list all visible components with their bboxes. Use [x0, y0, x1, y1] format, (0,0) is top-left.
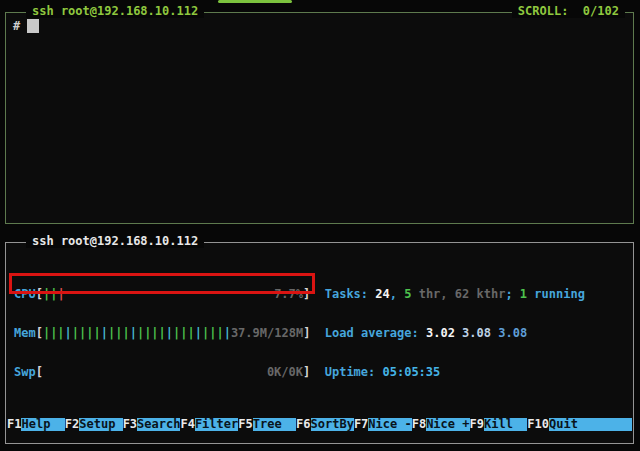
- fn-label-nice-[interactable]: Nice +: [426, 418, 469, 431]
- fn-key-f3[interactable]: F3: [123, 418, 137, 431]
- fn-label-help[interactable]: Help: [21, 418, 64, 431]
- fn-key-f1[interactable]: F1: [7, 418, 21, 431]
- top-progress-strip: [218, 0, 292, 3]
- fn-key-f9[interactable]: F9: [470, 418, 484, 431]
- cpu-meter-line: CPU[||| 7.7%] Tasks: 24, 5 thr, 62 kthr;…: [14, 288, 628, 301]
- fn-key-f4[interactable]: F4: [180, 418, 194, 431]
- fn-key-f7[interactable]: F7: [354, 418, 368, 431]
- fn-label-filter[interactable]: Filter: [195, 418, 238, 431]
- fn-key-f8[interactable]: F8: [412, 418, 426, 431]
- scroll-indicator: SCROLL: 0/102: [512, 5, 625, 18]
- htop-app: CPU[||| 7.7%] Tasks: 24, 5 thr, 62 kthr;…: [14, 262, 628, 443]
- fn-label-setup[interactable]: Setup: [79, 418, 122, 431]
- prompt-char: #: [13, 19, 20, 33]
- terminal-cursor: [27, 19, 39, 33]
- fn-label-tree[interactable]: Tree: [253, 418, 296, 431]
- function-key-bar: F1Help F2Setup F3SearchF4FilterF5Tree F6…: [7, 418, 632, 431]
- fn-label-sortby[interactable]: SortBy: [311, 418, 354, 431]
- pane-bottom-htop[interactable]: ssh root@192.168.10.112 CPU[||| 7.7%] Ta…: [5, 242, 634, 444]
- pane-bottom-title: ssh root@192.168.10.112: [26, 235, 204, 248]
- fn-label-quit[interactable]: Quit: [549, 418, 632, 431]
- shell-prompt-line[interactable]: #: [13, 19, 39, 33]
- pane-top-title: ssh root@192.168.10.112: [26, 5, 204, 18]
- fn-label-nice-[interactable]: Nice -: [368, 418, 411, 431]
- terminal-screen: ssh root@192.168.10.112 SCROLL: 0/102 # …: [0, 0, 640, 451]
- swp-meter-line: Swp[ 0K/0K] Uptime: 05:05:35: [14, 366, 628, 379]
- fn-key-f5[interactable]: F5: [238, 418, 252, 431]
- fn-key-f10[interactable]: F10: [527, 418, 549, 431]
- fn-label-kill[interactable]: Kill: [484, 418, 527, 431]
- fn-key-f2[interactable]: F2: [65, 418, 79, 431]
- pane-top-shell[interactable]: ssh root@192.168.10.112 SCROLL: 0/102 #: [5, 12, 634, 224]
- fn-label-search[interactable]: Search: [137, 418, 180, 431]
- fn-key-f6[interactable]: F6: [296, 418, 310, 431]
- mem-meter-line: Mem[||||||||||||||||||||||||||37.9M/128M…: [14, 327, 628, 340]
